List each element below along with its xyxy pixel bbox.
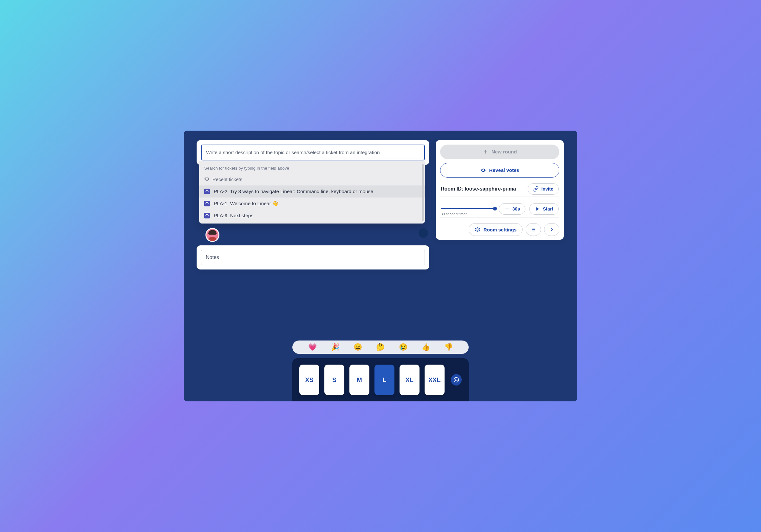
emoji-toggle-button[interactable] <box>451 374 462 385</box>
emoji-thumbsdown[interactable]: 👎 <box>444 343 453 351</box>
add-30s-button[interactable]: 30s <box>499 203 525 215</box>
timer-row: 30 second timer 30s Start <box>440 197 559 217</box>
plus-icon <box>504 206 510 212</box>
vote-card-s[interactable]: S <box>324 365 344 395</box>
recent-tickets-label: Recent tickets <box>212 177 242 182</box>
emoji-smile[interactable]: 😄 <box>354 343 362 351</box>
play-icon <box>535 206 540 212</box>
linear-icon <box>204 189 210 194</box>
svg-point-5 <box>457 379 457 380</box>
chevron-right-icon <box>549 227 555 232</box>
svg-point-3 <box>454 378 458 383</box>
room-settings-label: Room settings <box>484 227 516 232</box>
vote-card-xxl[interactable]: XXL <box>425 365 444 395</box>
vote-card-xl[interactable]: XL <box>399 365 420 395</box>
ticket-item[interactable]: PLA-2: Try 3 ways to navigate Linear: Co… <box>199 186 425 198</box>
timer-slider[interactable]: 30 second timer <box>441 205 495 213</box>
avatar <box>205 228 219 242</box>
controls-sidebar: New round Reveal votes Room ID: loose-sa… <box>436 140 564 240</box>
notes-card: Notes <box>197 245 429 269</box>
room-id: Room ID: loose-sapphire-puma <box>441 186 516 192</box>
link-icon <box>533 186 539 192</box>
ticket-dropdown: Search for tickets by typing in the fiel… <box>199 161 425 223</box>
ticket-item[interactable]: PLA-9: Next steps <box>199 209 425 222</box>
recent-tickets-header: Recent tickets <box>199 174 425 186</box>
ticket-label: PLA-9: Next steps <box>214 213 253 218</box>
linear-icon <box>204 213 210 218</box>
history-icon <box>204 176 209 182</box>
room-settings-button[interactable]: Room settings <box>469 223 523 236</box>
svg-point-1 <box>483 170 484 171</box>
app-stage: Search for tickets by typing in the fiel… <box>184 131 577 401</box>
reveal-votes-label: Reveal votes <box>489 167 519 173</box>
invite-label: Invite <box>541 186 553 192</box>
plus-icon <box>483 149 488 155</box>
eye-icon <box>480 167 486 173</box>
list-button[interactable] <box>526 223 541 236</box>
player-token <box>419 228 428 238</box>
smile-icon <box>453 377 459 383</box>
start-label: Start <box>543 207 553 211</box>
svg-point-2 <box>477 229 479 230</box>
new-round-label: New round <box>492 149 517 155</box>
timer-label: 30 second timer <box>441 212 467 216</box>
ticket-label: PLA-2: Try 3 ways to navigate Linear: Co… <box>214 189 373 194</box>
vote-card-deck: XS S M L XL XXL <box>292 358 469 401</box>
notes-input[interactable]: Notes <box>201 250 425 265</box>
topic-input[interactable] <box>206 149 420 155</box>
emoji-cry[interactable]: 😢 <box>399 343 407 351</box>
emoji-heart[interactable]: 💗 <box>308 343 317 351</box>
emoji-thumbsup[interactable]: 👍 <box>421 343 430 351</box>
sidebar-bottom-row: Room settings <box>440 217 559 236</box>
emoji-party[interactable]: 🎉 <box>331 343 340 351</box>
vote-card-m[interactable]: M <box>349 365 370 395</box>
ticket-item[interactable]: PLA-1: Welcome to Linear 👋 <box>199 198 425 209</box>
gear-icon <box>475 227 480 232</box>
linear-icon <box>204 201 210 207</box>
ticket-label: PLA-1: Welcome to Linear 👋 <box>214 201 278 207</box>
emoji-think[interactable]: 🤔 <box>376 343 384 351</box>
vote-card-l[interactable]: L <box>375 365 394 395</box>
invite-button[interactable]: Invite <box>528 183 559 195</box>
topic-input-wrap <box>201 145 425 160</box>
svg-point-4 <box>455 379 456 380</box>
start-timer-button[interactable]: Start <box>529 203 559 215</box>
emoji-strip: 💗 🎉 😄 🤔 😢 👍 👎 <box>292 340 469 354</box>
new-round-button[interactable]: New round <box>440 145 559 159</box>
dropdown-hint: Search for tickets by typing in the fiel… <box>199 161 425 174</box>
list-icon <box>531 227 536 232</box>
reveal-votes-button[interactable]: Reveal votes <box>440 163 559 178</box>
add-30s-label: 30s <box>512 207 520 211</box>
room-row: Room ID: loose-sapphire-puma Invite <box>440 178 559 197</box>
expand-button[interactable] <box>544 223 559 236</box>
vote-card-xs[interactable]: XS <box>299 365 319 395</box>
